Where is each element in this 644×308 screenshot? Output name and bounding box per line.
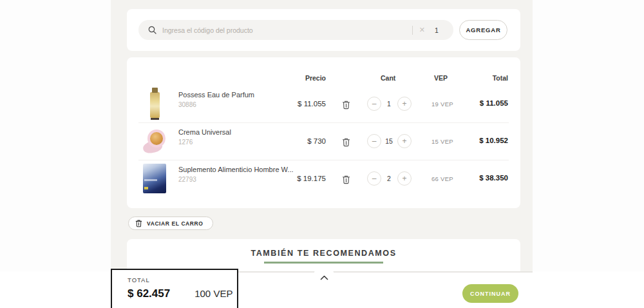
delete-item-icon[interactable]	[339, 135, 352, 148]
header-vep: VEP	[434, 74, 448, 82]
cart-page: Ingresa el código del producto ✕ 1 AGREG…	[0, 0, 644, 308]
search-quantity-input[interactable]: 1	[434, 26, 439, 34]
delete-item-icon[interactable]	[339, 173, 352, 186]
product-name: Suplemento Alimenticio Hombre W...	[178, 166, 294, 173]
product-price: $ 19.175	[297, 175, 326, 182]
empty-cart-label: VACIAR EL CARRO	[147, 220, 204, 227]
product-code: 30886	[178, 101, 196, 108]
item-total: $ 11.055	[480, 99, 508, 107]
product-code: 1276	[178, 139, 193, 146]
item-quantity[interactable]: 1	[382, 100, 396, 108]
item-vep: 15 VEP	[424, 138, 460, 145]
chevron-up-icon	[320, 275, 328, 280]
total-label: TOTAL	[128, 276, 237, 284]
item-quantity[interactable]: 2	[382, 175, 396, 182]
header-qty: Cant	[381, 74, 395, 82]
decrease-qty-button[interactable]: –	[367, 97, 381, 111]
pill-divider	[412, 26, 413, 35]
item-quantity[interactable]: 15	[382, 137, 396, 145]
expand-summary-button[interactable]	[314, 265, 334, 286]
title-underline	[264, 262, 383, 264]
item-vep: 19 VEP	[424, 101, 460, 108]
clear-icon[interactable]: ✕	[419, 26, 425, 34]
increase-qty-button[interactable]: +	[397, 171, 412, 186]
total-vep: 100 VEP	[194, 288, 232, 299]
product-name: Possess Eau de Parfum	[178, 91, 254, 99]
product-name: Crema Universal	[178, 128, 231, 136]
increase-qty-button[interactable]: +	[397, 134, 412, 148]
product-search-card: Ingresa el código del producto ✕ 1 AGREG…	[127, 9, 520, 51]
product-price: $ 730	[307, 137, 326, 145]
search-placeholder: Ingresa el código del producto	[162, 26, 412, 34]
add-product-button[interactable]: AGREGAR	[459, 20, 507, 40]
cart-total-box: TOTAL $ 62.457 100 VEP	[111, 269, 238, 308]
product-image-supplement-box	[143, 162, 166, 195]
increase-qty-button[interactable]: +	[397, 97, 412, 111]
product-image-perfume	[143, 87, 166, 120]
continue-button[interactable]: CONTINUAR	[462, 284, 518, 303]
decrease-qty-button[interactable]: –	[367, 171, 381, 186]
item-total: $ 38.350	[479, 174, 508, 182]
recommendations-title: TAMBIÉN TE RECOMENDAMOS	[127, 249, 520, 258]
trash-icon	[135, 219, 142, 227]
search-input[interactable]: Ingresa el código del producto ✕ 1	[138, 20, 453, 40]
cart-row: Possess Eau de Parfum 30886 $ 11.055 – 1…	[127, 85, 520, 122]
product-image-cream	[143, 124, 166, 158]
decrease-qty-button[interactable]: –	[367, 134, 381, 148]
item-total: $ 10.952	[479, 137, 508, 144]
cart-items-card: Precio Cant VEP Total Possess Eau de Par…	[127, 57, 520, 208]
search-icon	[148, 26, 156, 34]
product-price: $ 11.055	[298, 100, 326, 108]
empty-cart-button[interactable]: VACIAR EL CARRO	[128, 217, 213, 230]
header-price: Precio	[305, 74, 326, 82]
product-code: 22793	[178, 176, 196, 183]
cart-row: Crema Universal 1276 $ 730 – 15 + 15 VEP…	[127, 122, 520, 160]
delete-item-icon[interactable]	[339, 98, 352, 111]
header-total: Total	[493, 74, 508, 82]
item-vep: 66 VEP	[424, 175, 460, 182]
total-amount: $ 62.457	[128, 287, 170, 300]
cart-row: Suplemento Alimenticio Hombre W... 22793…	[127, 160, 520, 197]
